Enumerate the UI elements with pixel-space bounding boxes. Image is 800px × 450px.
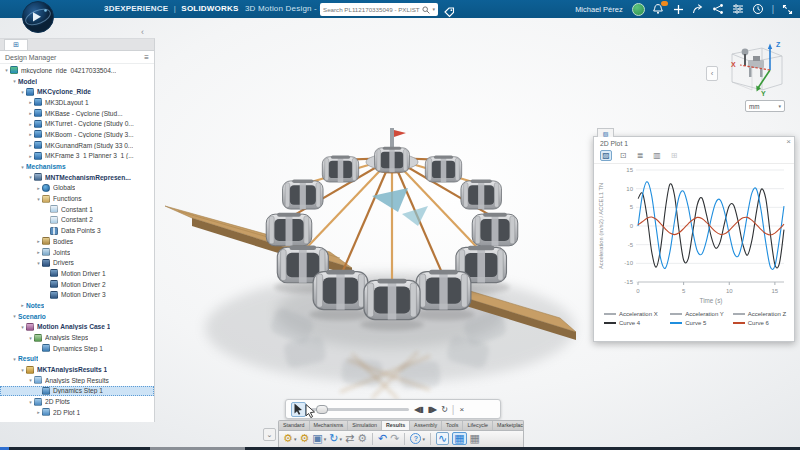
expander-closed-icon[interactable]: ▸ <box>35 249 42 255</box>
2d-plot-panel[interactable]: ▧ × 2D Plot 1 ▨⊡≣▥⊞ 151050-5-10-15051015… <box>593 136 795 342</box>
tree-item[interactable]: ▸MKBase - Cyclone (Stud... <box>0 108 154 119</box>
panel-menu-icon[interactable]: ≡ <box>144 53 149 62</box>
settings-sliders-icon[interactable] <box>732 3 745 16</box>
tree-item[interactable]: ▸MKFrame 3_1 Planner 3_1 (... <box>0 151 154 162</box>
global-search[interactable]: ▾ <box>320 3 438 16</box>
search-input[interactable] <box>323 6 420 13</box>
expander-closed-icon[interactable]: ▸ <box>19 302 26 308</box>
caret-down-icon[interactable]: ▾ <box>422 436 425 442</box>
expander-open-icon[interactable]: ▾ <box>19 367 26 373</box>
panel-collapse-icon[interactable]: ‹ <box>141 27 144 37</box>
expander-open-icon[interactable]: ▾ <box>3 67 10 73</box>
tree-item[interactable]: Motion Driver 1 <box>0 268 154 279</box>
share-nodes-icon[interactable] <box>712 3 725 16</box>
tree-item[interactable]: Data Points 3 <box>0 225 154 236</box>
search-caret-icon[interactable]: ▾ <box>432 6 435 12</box>
share-icon[interactable] <box>692 3 705 16</box>
tab-tools[interactable]: Tools <box>442 421 463 430</box>
tab-lifecycle[interactable]: Lifecycle <box>463 421 493 430</box>
bell-icon[interactable] <box>652 3 665 16</box>
timeline-slider[interactable] <box>311 408 409 411</box>
table-chart-icon[interactable]: ▦ <box>452 432 466 445</box>
expander-open-icon[interactable]: ▾ <box>27 174 34 180</box>
actionbar-collapse-icon[interactable]: ⌄ <box>263 428 276 441</box>
tree-item[interactable]: ▸MKBoom - Cyclone (Study 3... <box>0 129 154 140</box>
loop-icon[interactable]: ↻ <box>441 405 447 414</box>
expander-open-icon[interactable]: ▾ <box>35 196 42 202</box>
tab-mechanisms[interactable]: Mechanisms <box>310 421 349 430</box>
expander-open-icon[interactable]: ▾ <box>27 377 34 383</box>
expander-closed-icon[interactable]: ▸ <box>35 409 42 415</box>
tree-item[interactable]: ▾Result <box>0 354 154 365</box>
tree-item[interactable]: ▸MKTurret - Cyclone (Study 0... <box>0 118 154 129</box>
select-cursor[interactable] <box>291 402 306 417</box>
tree-item[interactable]: ▾MKCyclone_Ride <box>0 86 154 97</box>
tree-item[interactable]: ▾Mechanisms <box>0 161 154 172</box>
expander-closed-icon[interactable]: ▸ <box>27 99 34 105</box>
history-icon[interactable] <box>752 3 765 16</box>
user-name[interactable]: Michael Pérez <box>575 5 623 14</box>
undo-icon[interactable]: ↶ <box>378 433 387 444</box>
caret-down-icon[interactable]: ▾ <box>339 436 342 442</box>
expand-icon[interactable] <box>781 3 794 16</box>
tree-item[interactable]: ▸Notes <box>0 300 154 311</box>
expander-closed-icon[interactable]: ▸ <box>27 131 34 137</box>
expander-open-icon[interactable]: ▾ <box>35 260 42 266</box>
expander-open-icon[interactable]: ▾ <box>27 399 34 405</box>
expander-closed-icon[interactable]: ▸ <box>27 142 34 148</box>
export-gear-icon[interactable]: ⚙ <box>299 433 309 444</box>
step-back-icon[interactable]: ◀▮ <box>414 405 423 414</box>
tree-item[interactable]: Constant 2 <box>0 215 154 226</box>
tree-item[interactable]: ▸MK3DLayout 1 <box>0 97 154 108</box>
grid-icon[interactable]: ⊞ <box>668 150 680 161</box>
update-icon[interactable]: ↻▾ <box>329 433 342 444</box>
tree-item[interactable]: ▾Model <box>0 76 154 87</box>
expander-closed-icon[interactable]: ▸ <box>35 238 42 244</box>
add-icon[interactable] <box>672 3 685 16</box>
tab-assembly[interactable]: Assembly <box>410 421 442 430</box>
chart-style-icon[interactable]: ▨ <box>600 150 612 161</box>
tab-results[interactable]: Results <box>382 421 410 430</box>
table-icon[interactable]: ▦ <box>470 433 480 444</box>
tree-item[interactable]: ▾Scenario <box>0 311 154 322</box>
tab-design-manager[interactable]: ⊞ <box>4 39 28 50</box>
view-orientation-cube[interactable]: Z Y X <box>718 38 790 102</box>
tree-item[interactable]: Motion Driver 3 <box>0 289 154 300</box>
3dexperience-compass-logo[interactable] <box>21 0 55 34</box>
caret-down-icon[interactable]: ▾ <box>324 436 327 442</box>
tree-item[interactable]: ▾Motion Analysis Case 1 <box>0 322 154 333</box>
tab-standard[interactable]: Standard <box>279 421 310 430</box>
tree-item[interactable]: ▸MKGunandRam (Study 33 0... <box>0 140 154 151</box>
tree-item[interactable]: ▾MKTAnalysisResults 1 <box>0 364 154 375</box>
viewcube-collapse-button[interactable]: ‹ <box>706 66 718 81</box>
avatar[interactable] <box>632 3 645 16</box>
expander-open-icon[interactable]: ▾ <box>19 324 26 330</box>
expander-open-icon[interactable]: ▾ <box>19 89 26 95</box>
plot-icon[interactable]: ∿ <box>436 432 449 445</box>
tree-item[interactable]: ▸Globals <box>0 183 154 194</box>
sync-icon[interactable]: ⇄ <box>345 433 354 444</box>
tree-item[interactable]: Dynamics Step 1 <box>0 343 154 354</box>
tree-item[interactable]: ▾Analysis Step Results <box>0 375 154 386</box>
tree-item[interactable]: ▸2D Plot 1 <box>0 407 154 418</box>
tree-item[interactable]: Dynamics Step 1 <box>0 386 154 397</box>
tag-icon[interactable] <box>444 4 455 22</box>
expander-open-icon[interactable]: ▾ <box>11 356 18 362</box>
tab-simulation[interactable]: Simulation <box>348 421 382 430</box>
expander-open-icon[interactable]: ▾ <box>19 164 26 170</box>
expander-open-icon[interactable]: ▾ <box>27 335 34 341</box>
save-icon[interactable]: ▣▾ <box>312 433 326 444</box>
expander-open-icon[interactable]: ▾ <box>11 313 18 319</box>
expander-open-icon[interactable]: ▾ <box>11 78 18 84</box>
tree-item[interactable]: ▾MNTMechanismRepresen... <box>0 172 154 183</box>
step-forward-icon[interactable]: ▮▶ <box>428 405 437 414</box>
legend-item[interactable]: Acceleration Z <box>733 311 788 317</box>
tree-item[interactable]: ▾2D Plots <box>0 396 154 407</box>
tree-item[interactable]: Constant 1 <box>0 204 154 215</box>
list-icon[interactable]: ≣ <box>634 150 646 161</box>
legend-item[interactable]: Acceleration X <box>604 311 670 317</box>
expander-closed-icon[interactable]: ▸ <box>35 185 42 191</box>
legend-item[interactable]: Curve 6 <box>733 320 788 326</box>
tree-item[interactable]: Motion Driver 2 <box>0 279 154 290</box>
legend-item[interactable]: Curve 4 <box>604 320 670 326</box>
